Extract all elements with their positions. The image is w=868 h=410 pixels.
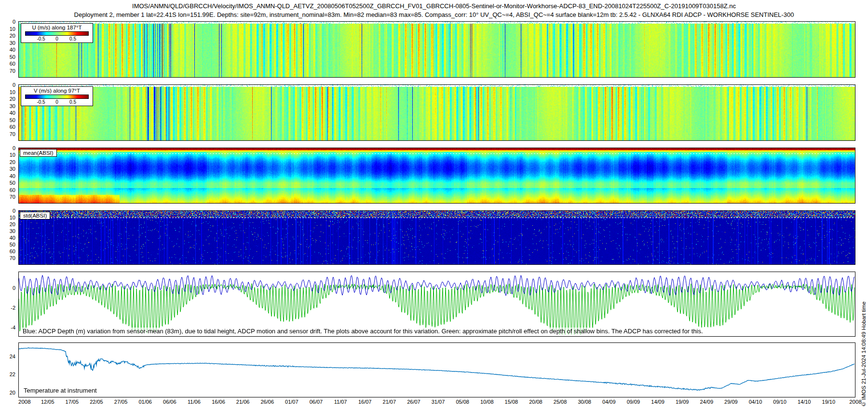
x-tick-label: 01/07 — [285, 399, 298, 405]
y-tick-label: 20 — [10, 96, 15, 102]
y-tick-label: 10 — [10, 26, 15, 31]
x-tick-label: 27/05 — [114, 399, 128, 405]
x-tick-label: 14/09 — [651, 399, 665, 405]
x-tick-label: 25/08 — [554, 399, 567, 405]
x-tick-label: 16/06 — [212, 399, 225, 405]
y-tick-label: 0 — [13, 19, 15, 25]
adcp-figure: IMOS/ANMN/QLD/GBRCCH/Velocity/IMOS_ANMN-… — [0, 0, 868, 410]
x-tick-label: 29/09 — [724, 399, 738, 405]
x-tick-label: 15/08 — [505, 399, 518, 405]
mean-absi-heatmap — [19, 148, 855, 203]
depth-variation-caption: Blue: ADCP Depth (m) variation from sens… — [22, 328, 704, 335]
y-tick-label: 70 — [10, 256, 15, 261]
x-tick-label: 24/09 — [700, 399, 713, 405]
y-tick-label: 40 — [10, 235, 15, 241]
x-tick-label: 20/08 — [529, 399, 542, 405]
panel-depth-variation: 0-2-4 Blue: ADCP Depth (m) variation fro… — [18, 272, 855, 337]
x-tick-label: 21/07 — [383, 399, 396, 405]
u-y-axis: 010203040506070 — [0, 22, 17, 77]
y-tick-label: 70 — [10, 194, 15, 200]
colorbar-tick: 0.5 — [69, 99, 76, 105]
y-tick-label: 40 — [10, 173, 15, 178]
x-tick-label: 06/06 — [163, 399, 176, 405]
y-tick-label: 20 — [10, 222, 15, 227]
depth-variation-y-axis: 0-2-4 — [0, 272, 17, 336]
u-colorbar-gradient — [25, 31, 89, 36]
y-tick-label: 60 — [10, 124, 15, 130]
temperature-plot — [19, 343, 855, 397]
x-tick-label: 05/08 — [456, 399, 469, 405]
figure-title-line1: IMOS/ANMN/QLD/GBRCCH/Velocity/IMOS_ANMN-… — [0, 2, 868, 10]
temperature-label: Temperature at instrument — [23, 387, 98, 394]
figure-title-line2: Deployment 2, member 1 lat=22.41S lon=15… — [0, 11, 868, 18]
x-axis-year-start: 2008 — [18, 399, 31, 405]
x-tick-label: 17/05 — [66, 399, 79, 405]
mean-absi-y-axis: 010203040506070 — [0, 148, 17, 203]
y-tick-label: 50 — [10, 54, 15, 59]
y-tick-label: 20 — [10, 390, 15, 395]
x-tick-label: 12/05 — [41, 399, 54, 405]
v-y-axis: 010203040506070 — [0, 85, 17, 140]
mean-absi-label: mean(ABSI) — [20, 149, 57, 157]
x-tick-label: 10/08 — [480, 399, 494, 405]
v-colorbar-gradient — [25, 95, 89, 99]
colorbar-tick: 0.5 — [69, 36, 76, 41]
x-tick-label: 09/09 — [627, 399, 640, 405]
y-tick-label: 40 — [10, 47, 15, 53]
y-tick-label: 50 — [10, 242, 15, 247]
colorbar-tick: -0.5 — [37, 99, 45, 105]
y-tick-label: -2 — [11, 305, 15, 310]
x-tick-label: 26/06 — [260, 399, 274, 405]
x-tick-label: 21/06 — [236, 399, 250, 405]
y-tick-label: 0 — [13, 146, 15, 151]
y-tick-label: 70 — [10, 131, 15, 137]
x-tick-label: 19/10 — [822, 399, 836, 405]
y-tick-label: 30 — [10, 40, 15, 45]
x-axis: 200812/0517/0522/0527/0501/0606/0611/061… — [18, 399, 855, 407]
depth-variation-plot — [19, 272, 855, 336]
y-tick-label: 30 — [10, 166, 15, 172]
v-colorbar-legend: V (m/s) along 97°T -0.5 0 0.5 — [21, 86, 93, 106]
copyright-watermark: © IMOS 21-Jul-2024 14:08:49 Hobart time — [861, 301, 867, 407]
colorbar-tick: 0 — [55, 99, 58, 105]
x-axis-year-end: 2008 — [849, 399, 862, 405]
x-tick-label: 04/10 — [749, 399, 762, 405]
y-tick-label: 40 — [10, 110, 15, 116]
y-tick-label: 60 — [10, 249, 15, 254]
y-tick-label: 20 — [10, 159, 15, 164]
y-tick-label: -4 — [11, 325, 15, 330]
x-tick-label: 09/10 — [773, 399, 787, 405]
y-tick-label: 50 — [10, 117, 15, 123]
colorbar-tick: 0 — [55, 36, 58, 41]
y-tick-label: 70 — [10, 68, 15, 73]
y-tick-label: 60 — [10, 61, 15, 67]
x-tick-label: 01/06 — [138, 399, 152, 405]
x-tick-label: 31/07 — [432, 399, 445, 405]
x-tick-label: 22/05 — [90, 399, 103, 405]
std-absi-heatmap — [19, 211, 855, 264]
x-tick-label: 16/07 — [358, 399, 372, 405]
u-legend-title: U (m/s) along 187°T — [25, 25, 89, 30]
x-tick-label: 26/07 — [407, 399, 420, 405]
panel-std-absi: 010203040506070 std(ABSI) — [18, 210, 855, 265]
panel-mean-absi: 010203040506070 mean(ABSI) — [18, 148, 855, 204]
y-tick-label: 10 — [10, 89, 15, 95]
x-tick-label: 04/09 — [602, 399, 616, 405]
x-tick-label: 06/07 — [310, 399, 323, 405]
y-tick-label: 10 — [10, 215, 15, 220]
v-velocity-heatmap — [19, 85, 855, 140]
x-tick-label: 19/09 — [676, 399, 689, 405]
y-tick-label: 50 — [10, 180, 15, 186]
x-tick-label: 11/06 — [188, 399, 201, 405]
y-tick-label: 0 — [13, 208, 15, 214]
v-colorbar-tick-labels: -0.5 0 0.5 — [25, 99, 89, 105]
y-tick-label: 60 — [10, 187, 15, 192]
y-tick-label: 10 — [10, 152, 15, 158]
temperature-y-axis: 242220 — [0, 343, 17, 397]
x-tick-label: 30/08 — [578, 399, 591, 405]
v-legend-title: V (m/s) along 97°T — [25, 88, 89, 94]
std-absi-y-axis: 010203040506070 — [0, 211, 17, 264]
x-tick-label: 11/07 — [334, 399, 347, 405]
y-tick-label: 22 — [10, 372, 15, 377]
panel-v-velocity: 010203040506070 V (m/s) along 97°T -0.5 … — [18, 84, 855, 141]
